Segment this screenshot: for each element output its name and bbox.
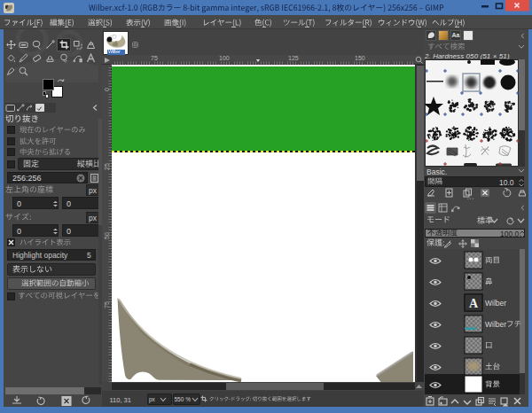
svg-text:0: 0 xyxy=(104,88,110,91)
svg-text:50: 50 xyxy=(104,232,110,239)
svg-text:75: 75 xyxy=(104,301,110,308)
svg-text:A: A xyxy=(469,297,479,310)
svg-text:25: 25 xyxy=(104,163,110,170)
